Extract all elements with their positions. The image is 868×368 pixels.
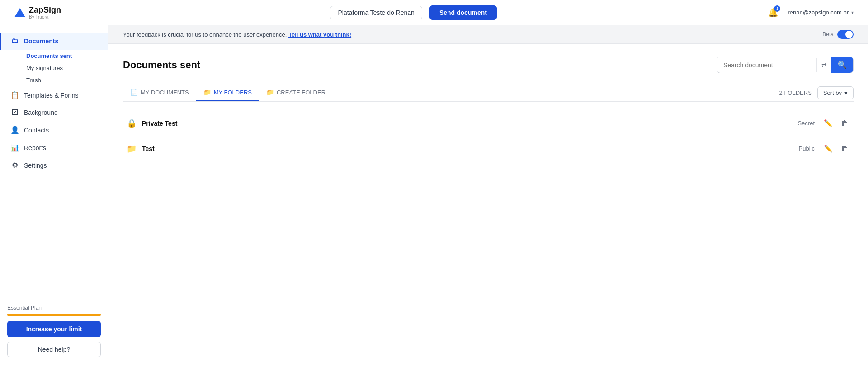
- sidebar-bottom: Essential Plan Increase your limit Need …: [0, 297, 108, 361]
- tab-create-folder[interactable]: 📁 CREATE FOLDER: [259, 84, 333, 101]
- workspace-button[interactable]: Plataforma Teste do Renan: [330, 6, 422, 19]
- feedback-text: Your feedback is crucial for us to enhan…: [123, 31, 351, 38]
- topnav-center: Plataforma Teste do Renan Send document: [330, 5, 496, 20]
- chevron-down-icon: ▾: [851, 10, 854, 15]
- content-area: Documents sent ⇄ 🔍 📄 MY DOCUMENTS 📁 MY F…: [108, 44, 868, 174]
- sidebar-sub-item-my-signatures[interactable]: My signatures: [23, 62, 108, 74]
- folder-actions-private-test: ✏️ 🗑: [822, 117, 850, 129]
- tab-my-folders[interactable]: 📁 MY FOLDERS: [196, 84, 259, 101]
- sidebar-item-documents[interactable]: 🗂 Documents: [0, 33, 108, 50]
- sidebar-item-background[interactable]: 🖼 Background: [0, 104, 108, 121]
- layout: 🗂 Documents Documents sent My signatures…: [0, 25, 868, 368]
- templates-icon: 📋: [10, 91, 19, 99]
- sidebar-item-reports[interactable]: 📊 Reports: [0, 139, 108, 156]
- sidebar-item-label-background: Background: [24, 109, 58, 116]
- create-folder-tab-icon: 📁: [266, 89, 274, 96]
- folder-list: 🔒 Private Test Secret ✏️ 🗑 📁 Test Public…: [123, 111, 854, 161]
- sort-by-label: Sort by: [823, 90, 842, 96]
- feedback-link[interactable]: Tell us what you think!: [288, 31, 351, 38]
- sidebar-item-label-contacts: Contacts: [24, 127, 49, 134]
- search-filter-button[interactable]: ⇄: [816, 58, 831, 72]
- search-box: ⇄ 🔍: [717, 57, 854, 73]
- tabs-row: 📄 MY DOCUMENTS 📁 MY FOLDERS 📁 CREATE FOL…: [123, 84, 854, 102]
- plan-label: Essential Plan: [7, 305, 101, 311]
- sidebar-divider: [7, 292, 101, 292]
- search-button[interactable]: 🔍: [831, 57, 853, 73]
- my-folders-tab-icon: 📁: [203, 89, 211, 96]
- sidebar-sub-item-documents-sent[interactable]: Documents sent: [23, 50, 108, 62]
- table-row: 📁 Test Public ✏️ 🗑: [123, 136, 854, 161]
- delete-folder-test-button[interactable]: 🗑: [839, 143, 850, 155]
- sidebar-item-contacts[interactable]: 👤 Contacts: [0, 121, 108, 139]
- topnav-right: 🔔 1 renan@zapsign.com.br ▾: [766, 5, 854, 20]
- topnav: ZapSign By Truora Plataforma Teste do Re…: [0, 0, 868, 25]
- table-row: 🔒 Private Test Secret ✏️ 🗑: [123, 111, 854, 136]
- need-help-button[interactable]: Need help?: [7, 342, 101, 357]
- settings-icon: ⚙: [10, 161, 19, 170]
- feedback-bar: Your feedback is crucial for us to enhan…: [108, 25, 868, 44]
- folder-name-test: Test: [142, 145, 799, 152]
- folders-count: 2 FOLDERS: [779, 90, 812, 96]
- sidebar-sub-documents: Documents sent My signatures Trash: [0, 50, 108, 86]
- logo-text-group: ZapSign By Truora: [29, 5, 61, 19]
- sort-dropdown[interactable]: Sort by ▾: [817, 86, 854, 99]
- send-document-button[interactable]: Send document: [429, 5, 497, 20]
- plan-progress-fill: [7, 314, 101, 316]
- logo-area: ZapSign By Truora: [14, 5, 61, 19]
- folder-name-private-test: Private Test: [142, 120, 797, 127]
- my-documents-tab-icon: 📄: [130, 89, 138, 96]
- folder-icon: 📁: [127, 144, 137, 154]
- reports-icon: 📊: [10, 143, 19, 152]
- logo-name: ZapSign: [29, 5, 61, 14]
- content-header: Documents sent ⇄ 🔍: [123, 57, 854, 73]
- notification-badge: 1: [774, 5, 780, 12]
- user-email: renan@zapsign.com.br: [788, 9, 849, 16]
- sidebar-item-templates[interactable]: 📋 Templates & Forms: [0, 86, 108, 104]
- lock-icon: 🔒: [127, 118, 137, 128]
- sidebar-nav: 🗂 Documents Documents sent My signatures…: [0, 33, 108, 286]
- search-input[interactable]: [717, 58, 816, 72]
- sidebar-item-label-settings: Settings: [24, 162, 47, 169]
- logo-triangle-icon: [14, 8, 25, 17]
- sidebar-item-label-documents: Documents: [24, 38, 58, 45]
- page-title: Documents sent: [123, 59, 200, 71]
- sidebar-item-label-reports: Reports: [24, 144, 46, 151]
- beta-label: Beta: [822, 31, 834, 38]
- increase-limit-button[interactable]: Increase your limit: [7, 321, 101, 337]
- user-menu[interactable]: renan@zapsign.com.br ▾: [788, 9, 854, 16]
- logo-sub: By Truora: [29, 15, 61, 19]
- sidebar-sub-item-trash[interactable]: Trash: [23, 74, 108, 86]
- beta-toggle-area: Beta: [822, 30, 854, 39]
- main-content: Your feedback is crucial for us to enhan…: [108, 25, 868, 368]
- sidebar-item-label-templates: Templates & Forms: [24, 92, 79, 99]
- tab-label-my-folders: MY FOLDERS: [214, 89, 252, 96]
- contacts-icon: 👤: [10, 126, 19, 134]
- folder-actions-test: ✏️ 🗑: [822, 142, 850, 155]
- folder-visibility-private-test: Secret: [797, 120, 815, 127]
- documents-icon: 🗂: [10, 37, 19, 45]
- toggle-thumb: [845, 31, 853, 38]
- plan-progress-track: [7, 314, 101, 316]
- notification-button[interactable]: 🔔 1: [766, 5, 780, 20]
- tab-my-documents[interactable]: 📄 MY DOCUMENTS: [123, 84, 196, 101]
- background-icon: 🖼: [10, 109, 19, 117]
- edit-folder-test-button[interactable]: ✏️: [822, 142, 835, 155]
- tab-label-my-documents: MY DOCUMENTS: [141, 89, 189, 96]
- sidebar: 🗂 Documents Documents sent My signatures…: [0, 25, 108, 368]
- sort-chevron-icon: ▾: [844, 90, 848, 96]
- edit-folder-private-test-button[interactable]: ✏️: [822, 117, 835, 129]
- delete-folder-private-test-button[interactable]: 🗑: [839, 118, 850, 129]
- folder-visibility-test: Public: [799, 145, 815, 152]
- beta-toggle[interactable]: [837, 30, 854, 39]
- sidebar-item-settings[interactable]: ⚙ Settings: [0, 156, 108, 174]
- tab-label-create-folder: CREATE FOLDER: [277, 89, 326, 96]
